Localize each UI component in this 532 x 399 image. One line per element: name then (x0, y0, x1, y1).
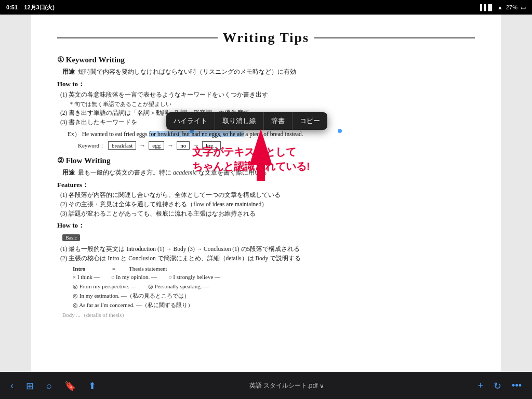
intro-label: Intro (73, 265, 104, 272)
usage-text: 短時間で内容を要約しなければならない時（リスニングのメモ時など）に有効 (78, 68, 296, 75)
intro-row-4-text: ◎ As far as I'm concerned. —（私に関する限り） (73, 301, 193, 309)
context-strikethrough[interactable]: 取り消し線 (215, 112, 264, 130)
basic-tag-container: Basic (62, 232, 475, 243)
page-title: Writing Tips (57, 30, 475, 46)
context-copy[interactable]: コピー (292, 112, 327, 130)
add-icon[interactable]: + (478, 380, 484, 392)
document-area: Writing Tips ① Keyword Writing 用途 短時間で内容… (0, 15, 532, 372)
date-display: 12月3日(火) (24, 4, 55, 10)
search-bottom-icon[interactable]: ⌕ (46, 380, 52, 392)
status-bar: 0:51 12月3日(火) ▐▐▐▌ ▲ 27% ▭ (0, 0, 532, 15)
battery-icon: ▭ (521, 4, 526, 11)
feature-2-text: (2) その主張・意見は全体を通して維持される（flow of ideas ar… (60, 201, 268, 207)
title-line-left (57, 37, 218, 38)
context-menu-arrow (192, 125, 200, 129)
title-line-right (314, 37, 475, 38)
more-icon[interactable]: ••• (512, 380, 522, 392)
wifi-icon: ▲ (497, 4, 503, 10)
title-text: Writing Tips (223, 30, 309, 46)
features-label: Features： (57, 180, 475, 190)
howto-subitem-1: ＊句では無く単語であることが望ましい (69, 100, 475, 108)
intro-row-1-text: × I think — ○ In my opinion. — ○ I stron… (73, 273, 220, 281)
body-label: Body (62, 312, 75, 318)
keyword-breakfast: breakfast (108, 141, 136, 150)
chevron-icon: ∨ (320, 382, 324, 390)
intro-eq: = (112, 265, 121, 272)
time-display: 0:51 (6, 4, 18, 10)
feature-2: (2) その主張・意見は全体を通して維持される（flow of ideas ar… (60, 201, 475, 208)
feature-1: (1) 各段落が内容的に関連し合いながら、全体として一つの文章を構成している (60, 191, 475, 199)
howto-item-1: (1) 英文の各意味段落を一言で表せるようなキーワードをいくつか書き出す (60, 91, 475, 99)
thumbnails-icon[interactable]: ⊞ (26, 380, 34, 392)
prev-page-icon[interactable]: ‹ (10, 380, 14, 392)
battery-display: 27% (506, 4, 517, 10)
intro-table: Intro = Thesis statement × I think — ○ I… (73, 265, 475, 309)
status-indicators: ▐▐▐▌ ▲ 27% ▭ (478, 4, 526, 11)
basic-item-2: (2) 主張の核心は Intro と Conclusion で簡潔にまとめ、詳細… (60, 255, 475, 262)
section2-howto-label: How to： (57, 221, 475, 230)
intro-row-2: ◎ From my perspective. — ◎ Personally sp… (73, 283, 475, 290)
filename-text: 英語 スタイルシート.pdf (249, 381, 317, 390)
bookmark-bottom-icon[interactable]: 🔖 (64, 380, 76, 392)
example-highlight: for breakfast, but had no eggs, so he at… (149, 131, 244, 137)
section2-usage-label: 用途 (62, 169, 75, 176)
file-name-display[interactable]: 英語 スタイルシート.pdf ∨ (249, 381, 324, 390)
selection-dot-right (338, 129, 342, 133)
context-menu: ハイライト 取り消し線 辞書 コピー (166, 112, 327, 130)
intro-row-1: × I think — ○ In my opinion. — ○ I stron… (73, 273, 475, 281)
signal-icon: ▐▐▐▌ (478, 4, 494, 10)
intro-row-2-text: ◎ From my perspective. — ◎ Personally sp… (73, 283, 209, 290)
section1-usage: 用途 短時間で内容を要約しなければならない時（リスニングのメモ時など）に有効 (62, 68, 475, 76)
section2-usage-prefix: 最も一般的な英文の書き方。特に (78, 169, 171, 176)
section1-title: ① Keyword Writing (57, 55, 475, 64)
usage-label: 用途 (62, 68, 75, 75)
annotation-text: 文字がテキストとして ちゃんと認識されている! (192, 144, 310, 174)
keyword-arrow-2: → (167, 142, 174, 150)
bottom-right-icons[interactable]: + ↻ ••• (478, 380, 522, 392)
example-label: Ex） (68, 131, 81, 137)
keyword-label-text: Keyword： (78, 142, 105, 150)
howto-label: How to： (57, 79, 475, 89)
bottom-bar: ‹ ⊞ ⌕ 🔖 ⬆ 英語 スタイルシート.pdf ∨ + ↻ ••• (0, 372, 532, 399)
intro-row-header: Intro = Thesis statement (73, 265, 475, 272)
context-highlight[interactable]: ハイライト (166, 112, 215, 130)
basic-item-1: (1) 最も一般的な英文は Introduction (1) → Body (3… (60, 245, 475, 253)
share-bottom-icon[interactable]: ⬆ (88, 380, 96, 392)
keyword-egg: egg (149, 141, 164, 150)
feature-3: (3) 話題が変わることがあっても、根底に流れる主張はなお維持される (60, 210, 475, 218)
intro-row-3: ◎ In my estimation. —（私の見るところでは） (73, 292, 475, 300)
refresh-icon[interactable]: ↻ (494, 380, 501, 392)
annotation-line2: ちゃんと認識されている! (192, 159, 310, 174)
example-normal: He wanted to eat fried eggs (82, 131, 148, 137)
keyword-no: no (177, 141, 190, 150)
basic-tag: Basic (62, 234, 80, 241)
keyword-arrow-1: → (139, 142, 145, 150)
intro-value: Thesis statement (129, 265, 167, 272)
intro-row-4: ◎ As far as I'm concerned. —（私に関する限り） (73, 301, 475, 309)
context-dictionary[interactable]: 辞書 (264, 112, 292, 130)
intro-row-3-text: ◎ In my estimation. —（私の見るところでは） (73, 292, 190, 300)
status-time: 0:51 12月3日(火) (6, 4, 55, 11)
body-partial: Body ...（details of thesis） (62, 311, 475, 319)
annotation-line1: 文字がテキストとして (192, 144, 310, 159)
bottom-left-icons[interactable]: ‹ ⊞ ⌕ 🔖 ⬆ (10, 380, 96, 392)
pdf-page: Writing Tips ① Keyword Writing 用途 短時間で内容… (31, 15, 501, 372)
